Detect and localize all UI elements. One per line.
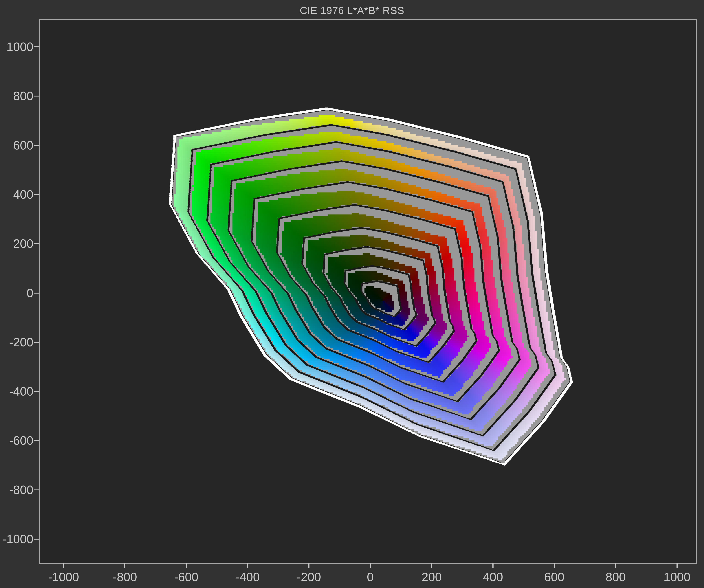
y-tick: [34, 46, 39, 47]
y-tick-label: -800: [0, 483, 34, 496]
y-tick: [34, 391, 39, 392]
y-tick-label: 600: [0, 139, 34, 152]
x-tick: [370, 563, 371, 568]
y-tick: [34, 96, 39, 97]
x-tick-label: 0: [343, 571, 398, 583]
y-tick-label: 400: [0, 188, 34, 201]
y-tick: [34, 342, 39, 343]
x-tick: [554, 563, 555, 568]
y-tick: [34, 539, 39, 540]
x-tick: [431, 563, 432, 568]
y-tick: [34, 145, 39, 146]
x-tick-label: -400: [220, 571, 275, 583]
y-tick-label: 800: [0, 90, 34, 102]
x-tick-label: -800: [97, 571, 152, 583]
x-tick-label: 600: [527, 571, 582, 583]
y-tick: [34, 440, 39, 441]
x-tick: [615, 563, 616, 568]
figure: CIE 1976 L*A*B* RSS -1000-800-600-400-20…: [0, 0, 704, 588]
x-tick: [492, 563, 493, 568]
x-tick-label: -1000: [36, 571, 91, 583]
plot-area: [39, 19, 697, 564]
x-tick: [124, 563, 125, 568]
x-tick-label: 1000: [650, 571, 704, 583]
y-tick-label: 0: [0, 286, 34, 300]
x-tick: [63, 563, 64, 568]
y-tick: [34, 489, 39, 490]
x-tick-label: -600: [159, 571, 214, 583]
y-tick-label: 1000: [0, 40, 34, 53]
y-tick-label: -1000: [0, 533, 34, 545]
y-tick-label: -200: [0, 336, 34, 349]
y-tick-label: -400: [0, 385, 34, 398]
x-tick-label: 800: [588, 571, 643, 583]
x-tick-label: 400: [466, 571, 521, 583]
chart-title: CIE 1976 L*A*B* RSS: [0, 4, 704, 16]
x-tick: [247, 563, 248, 568]
x-tick: [186, 563, 187, 568]
x-tick: [677, 563, 678, 568]
gamut-rings-canvas: [40, 20, 696, 563]
x-tick-label: -200: [281, 571, 337, 583]
y-tick: [34, 292, 39, 293]
y-tick-label: 200: [0, 237, 34, 250]
x-tick: [308, 563, 309, 568]
x-tick-label: 200: [404, 571, 459, 583]
y-tick: [34, 194, 39, 195]
y-tick: [34, 243, 39, 244]
y-tick-label: -600: [0, 434, 34, 447]
